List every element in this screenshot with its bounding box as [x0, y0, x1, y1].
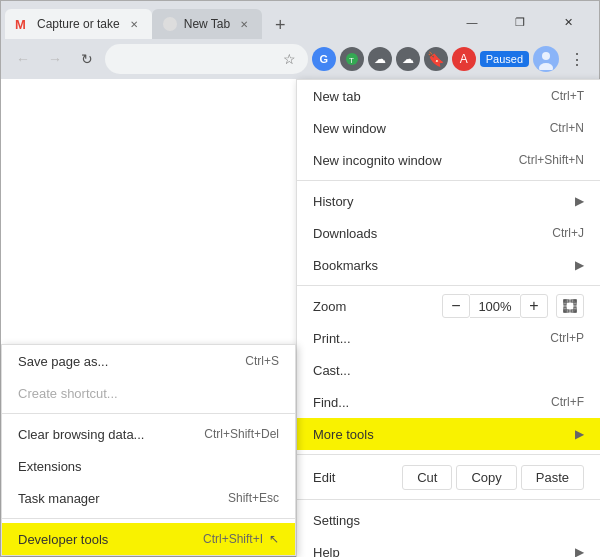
back-button[interactable]: ← [9, 45, 37, 73]
chrome-context-menu: New tab Ctrl+T New window Ctrl+N New inc… [296, 79, 600, 557]
toolbar-icon: T [345, 52, 359, 66]
window-controls: — ❐ ✕ [449, 9, 595, 39]
menu-label-clear-browsing: Clear browsing data... [18, 427, 144, 442]
tab-favicon: M [15, 16, 31, 32]
ext-icon-2[interactable]: T [340, 47, 364, 71]
reload-button[interactable]: ↻ [73, 45, 101, 73]
tab-active[interactable]: M Capture or take ✕ [5, 9, 152, 39]
menu-item-more-tools[interactable]: More tools ▶ [297, 418, 600, 450]
forward-button[interactable]: → [41, 45, 69, 73]
menu-item-help[interactable]: Help ▶ [297, 536, 600, 557]
menu-shortcut-print: Ctrl+P [550, 331, 584, 345]
menu-label-save-page: Save page as... [18, 354, 108, 369]
menu-label-more-tools: More tools [313, 427, 374, 442]
menu-item-find[interactable]: Find... Ctrl+F [297, 386, 600, 418]
menu-item-bookmarks[interactable]: Bookmarks ▶ [297, 249, 600, 281]
minimize-button[interactable]: — [449, 9, 495, 35]
menu-shortcut-incognito: Ctrl+Shift+N [519, 153, 584, 167]
tab-bar: M Capture or take ✕ New Tab ✕ + — ❐ ✕ [1, 1, 599, 39]
ext-cloud-2[interactable]: ☁ [396, 47, 420, 71]
close-button[interactable]: ✕ [545, 9, 591, 35]
menu-label-new-window: New window [313, 121, 386, 136]
browser-frame: M Capture or take ✕ New Tab ✕ + — ❐ ✕ ← … [0, 0, 600, 557]
menu-label-print: Print... [313, 331, 351, 346]
menu-item-cast[interactable]: Cast... [297, 354, 600, 386]
menu-shortcut-new-window: Ctrl+N [550, 121, 584, 135]
zoom-label: Zoom [313, 299, 442, 314]
menu-label-extensions: Extensions [18, 459, 82, 474]
zoom-plus-button[interactable]: + [520, 294, 548, 318]
menu-shortcut-new-tab: Ctrl+T [551, 89, 584, 103]
menu-item-devtools[interactable]: Developer tools Ctrl+Shift+I ↖ [2, 523, 295, 555]
paused-badge[interactable]: Paused [480, 51, 529, 67]
ext-cloud-1[interactable]: ☁ [368, 47, 392, 71]
maximize-button[interactable]: ❐ [497, 9, 543, 35]
menu-label-new-tab: New tab [313, 89, 361, 104]
separator-left-1 [2, 413, 295, 414]
menu-item-task-manager[interactable]: Task manager Shift+Esc [2, 482, 295, 514]
zoom-value: 100% [470, 294, 520, 318]
more-tools-submenu: Save page as... Ctrl+S Create shortcut..… [1, 344, 296, 556]
edit-label: Edit [313, 470, 398, 485]
history-arrow-icon: ▶ [575, 194, 584, 208]
bookmarks-arrow-icon: ▶ [575, 258, 584, 272]
menu-shortcut-clear-browsing: Ctrl+Shift+Del [204, 427, 279, 441]
menu-label-create-shortcut: Create shortcut... [18, 386, 118, 401]
profile-icon[interactable] [533, 46, 559, 72]
menu-item-save-page[interactable]: Save page as... Ctrl+S [2, 345, 295, 377]
ext-adobe[interactable]: A [452, 47, 476, 71]
menu-label-find: Find... [313, 395, 349, 410]
tab-close-2[interactable]: ✕ [236, 16, 252, 32]
ext-bookmark[interactable]: 🔖 [424, 47, 448, 71]
menu-shortcut-find: Ctrl+F [551, 395, 584, 409]
menu-item-downloads[interactable]: Downloads Ctrl+J [297, 217, 600, 249]
tab-close-1[interactable]: ✕ [126, 16, 142, 32]
menu-item-incognito[interactable]: New incognito window Ctrl+Shift+N [297, 144, 600, 176]
menu-item-create-shortcut[interactable]: Create shortcut... [2, 377, 295, 409]
menu-shortcut-devtools: Ctrl+Shift+I [203, 532, 263, 546]
menu-item-clear-browsing[interactable]: Clear browsing data... Ctrl+Shift+Del [2, 418, 295, 450]
separator-left-2 [2, 518, 295, 519]
cut-button[interactable]: Cut [402, 465, 452, 490]
address-bar-input[interactable]: ☆ [105, 44, 308, 74]
zoom-fullscreen-button[interactable] [556, 294, 584, 318]
tab-inactive[interactable]: New Tab ✕ [152, 9, 262, 39]
menu-shortcut-task-manager: Shift+Esc [228, 491, 279, 505]
menu-label-cast: Cast... [313, 363, 351, 378]
bookmark-icon[interactable]: ☆ [283, 51, 296, 67]
page-content: New tab Ctrl+T New window Ctrl+N New inc… [1, 79, 599, 556]
menu-item-history[interactable]: History ▶ [297, 185, 600, 217]
menu-item-new-window[interactable]: New window Ctrl+N [297, 112, 600, 144]
menu-label-devtools: Developer tools [18, 532, 108, 547]
separator-3 [297, 454, 600, 455]
menu-item-extensions[interactable]: Extensions [2, 450, 295, 482]
svg-text:T: T [349, 56, 354, 65]
svg-text:M: M [15, 17, 26, 32]
help-arrow-icon: ▶ [575, 545, 584, 557]
paste-button[interactable]: Paste [521, 465, 584, 490]
cursor-icon: ↖ [269, 532, 279, 546]
zoom-minus-button[interactable]: − [442, 294, 470, 318]
menu-item-new-tab[interactable]: New tab Ctrl+T [297, 80, 600, 112]
menu-label-downloads: Downloads [313, 226, 377, 241]
more-tools-arrow-icon: ▶ [575, 427, 584, 441]
menu-item-zoom: Zoom − 100% + [297, 290, 600, 322]
menu-item-settings[interactable]: Settings [297, 504, 600, 536]
menu-shortcut-save-page: Ctrl+S [245, 354, 279, 368]
tab-favicon-2 [162, 16, 178, 32]
devtools-right: Ctrl+Shift+I ↖ [179, 532, 279, 546]
new-tab-button[interactable]: + [266, 11, 294, 39]
menu-label-history: History [313, 194, 353, 209]
chrome-menu-button[interactable]: ⋮ [563, 45, 591, 73]
copy-button[interactable]: Copy [456, 465, 516, 490]
menu-item-print[interactable]: Print... Ctrl+P [297, 322, 600, 354]
address-bar: ← → ↻ ☆ G T ☁ ☁ 🔖 A Paused [1, 39, 599, 79]
menu-item-edit: Edit Cut Copy Paste [297, 459, 600, 495]
fullscreen-icon [563, 299, 577, 313]
menu-label-task-manager: Task manager [18, 491, 100, 506]
tab-title-2: New Tab [184, 17, 230, 31]
ext-grammarly[interactable]: G [312, 47, 336, 71]
svg-point-1 [163, 17, 177, 31]
tab-title-1: Capture or take [37, 17, 120, 31]
menu-label-settings: Settings [313, 513, 360, 528]
